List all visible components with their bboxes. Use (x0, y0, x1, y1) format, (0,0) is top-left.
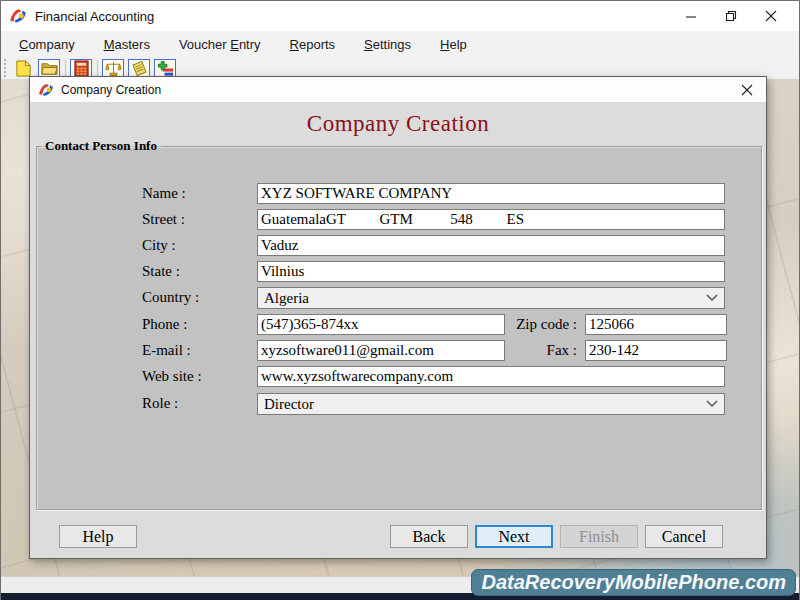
menu-item-masters[interactable]: Masters (94, 33, 160, 56)
balance-scale-icon (105, 60, 122, 77)
dialog-close-button[interactable] (736, 80, 758, 100)
website-label: Web site : (142, 366, 202, 386)
state-label: State : (142, 261, 180, 281)
close-button[interactable] (751, 2, 791, 30)
state-input[interactable] (257, 261, 725, 282)
new-document-icon (15, 60, 32, 77)
notepad-icon (131, 60, 148, 77)
role-label: Role : (142, 393, 178, 413)
country-label: Country : (142, 287, 199, 307)
menu-item-help[interactable]: Help (430, 33, 477, 56)
email-input[interactable] (257, 340, 505, 361)
menu-item-settings[interactable]: Settings (354, 33, 421, 56)
dialog-title-bar: Company Creation (30, 77, 766, 102)
help-button[interactable]: Help (59, 525, 137, 548)
balance-scale-button[interactable] (102, 59, 124, 78)
menu-bar: Company Masters Voucher Entry Reports Se… (1, 31, 799, 57)
zip-label: Zip code : (477, 314, 577, 334)
toolbar-separator (65, 60, 66, 76)
open-folder-icon (41, 60, 58, 77)
cancel-button[interactable]: Cancel (645, 525, 723, 548)
notepad-button[interactable] (128, 59, 150, 78)
calculator-button[interactable] (70, 59, 92, 78)
city-input[interactable] (257, 235, 725, 256)
chevron-down-icon (706, 400, 718, 408)
email-label: E-mail : (142, 340, 191, 360)
open-folder-button[interactable] (38, 59, 60, 78)
title-bar: Financial Accounting (1, 1, 799, 31)
street-label: Street : (142, 209, 185, 229)
menu-item-reports[interactable]: Reports (280, 33, 346, 56)
add-ledger-icon (157, 60, 174, 77)
close-icon (765, 10, 777, 22)
zip-input[interactable] (585, 314, 727, 335)
back-button[interactable]: Back (390, 525, 468, 548)
menu-item-voucher-entry[interactable]: Voucher Entry (169, 33, 271, 56)
app-logo-icon (9, 7, 27, 25)
dialog-close-icon (741, 84, 753, 96)
restore-button[interactable] (711, 2, 751, 30)
minimize-icon (685, 10, 697, 22)
window-title: Financial Accounting (35, 9, 154, 24)
window-controls (671, 2, 791, 30)
dialog-app-icon (38, 82, 54, 98)
toolbar-separator (97, 60, 98, 76)
group-label: Contact Person Info (41, 138, 161, 154)
website-input[interactable] (257, 366, 725, 387)
phone-label: Phone : (142, 314, 187, 334)
watermark-badge: DataRecoveryMobilePhone.com (471, 569, 796, 596)
phone-input[interactable] (257, 314, 505, 335)
add-ledger-button[interactable] (154, 59, 176, 78)
toolbar-grip[interactable] (4, 59, 8, 77)
fax-label: Fax : (477, 340, 577, 360)
role-value: Director (264, 396, 706, 413)
app-window: Financial Accounting Company Masters Vou… (0, 0, 800, 600)
role-select[interactable]: Director (257, 393, 725, 415)
country-value: Algeria (264, 290, 706, 307)
street-input[interactable] (257, 209, 725, 230)
city-label: City : (142, 235, 176, 255)
dialog-title: Company Creation (61, 83, 161, 97)
country-select[interactable]: Algeria (257, 287, 725, 309)
restore-icon (725, 10, 737, 22)
chevron-down-icon (706, 294, 718, 302)
menu-item-company[interactable]: Company (9, 33, 85, 56)
fax-input[interactable] (585, 340, 727, 361)
minimize-button[interactable] (671, 2, 711, 30)
calculator-icon (73, 60, 90, 77)
name-input[interactable] (257, 183, 725, 204)
finish-button: Finish (560, 525, 638, 548)
new-document-button[interactable] (12, 59, 34, 78)
name-label: Name : (142, 183, 186, 203)
company-creation-dialog: Company Creation Company Creation Contac… (29, 76, 767, 559)
next-button[interactable]: Next (475, 525, 553, 548)
